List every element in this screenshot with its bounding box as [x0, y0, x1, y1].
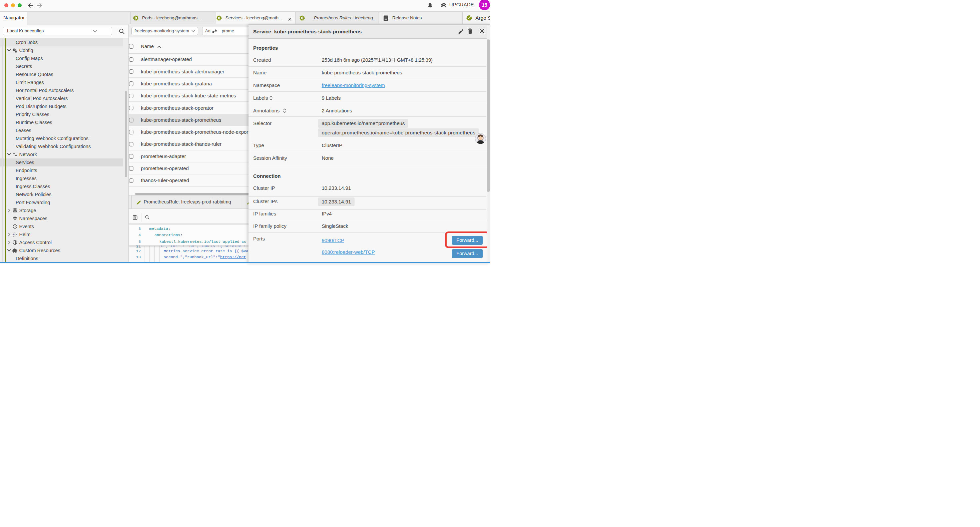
svg-text:HELM: HELM — [13, 234, 17, 236]
